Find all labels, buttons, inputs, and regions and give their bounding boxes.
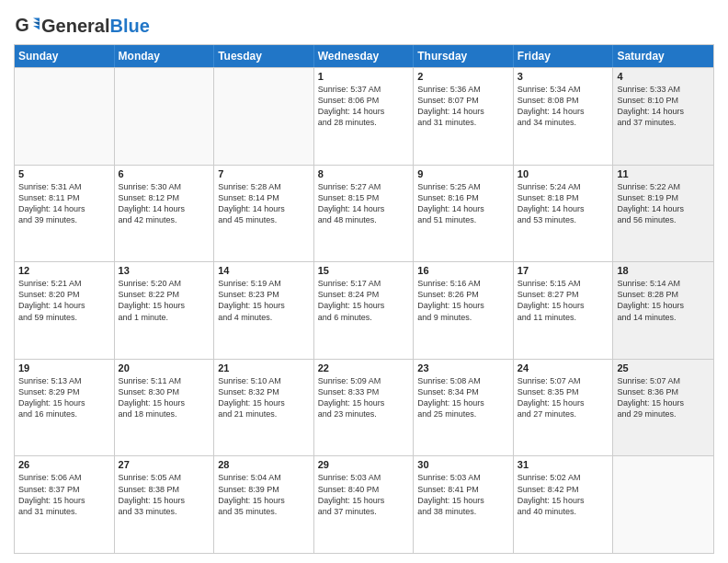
cal-cell-7: 7Sunrise: 5:28 AM Sunset: 8:14 PM Daylig… <box>214 166 314 262</box>
day-number: 15 <box>318 265 410 276</box>
day-number: 30 <box>417 459 509 470</box>
cal-cell-2: 2Sunrise: 5:36 AM Sunset: 8:07 PM Daylig… <box>414 68 514 165</box>
day-info: Sunrise: 5:17 AM Sunset: 8:24 PM Dayligh… <box>318 278 410 323</box>
day-info: Sunrise: 5:19 AM Sunset: 8:23 PM Dayligh… <box>218 278 310 323</box>
calendar: SundayMondayTuesdayWednesdayThursdayFrid… <box>14 44 714 554</box>
day-info: Sunrise: 5:34 AM Sunset: 8:08 PM Dayligh… <box>518 84 609 129</box>
cal-cell-15: 15Sunrise: 5:17 AM Sunset: 8:24 PM Dayli… <box>314 262 415 359</box>
day-number: 12 <box>18 265 110 276</box>
page: G GeneralBlue SundayMondayTuesdayWednesd… <box>0 0 728 563</box>
cal-header-wednesday: Wednesday <box>314 45 415 67</box>
logo: G GeneralBlue <box>14 13 150 39</box>
day-number: 29 <box>318 459 410 470</box>
cal-cell-18: 18Sunrise: 5:14 AM Sunset: 8:28 PM Dayli… <box>613 262 713 359</box>
day-info: Sunrise: 5:31 AM Sunset: 8:11 PM Dayligh… <box>18 181 110 226</box>
day-info: Sunrise: 5:16 AM Sunset: 8:26 PM Dayligh… <box>417 278 509 323</box>
calendar-body: 1Sunrise: 5:37 AM Sunset: 8:06 PM Daylig… <box>15 67 713 553</box>
day-number: 5 <box>18 168 110 179</box>
day-number: 27 <box>119 459 210 470</box>
logo-text: GeneralBlue <box>41 16 150 36</box>
day-number: 18 <box>617 265 710 276</box>
cal-header-monday: Monday <box>115 45 215 67</box>
day-number: 11 <box>617 168 710 179</box>
cal-cell-empty-4-6 <box>613 456 713 553</box>
cal-cell-empty-0-0 <box>15 68 115 165</box>
day-number: 19 <box>18 362 110 373</box>
day-number: 21 <box>218 362 310 373</box>
day-info: Sunrise: 5:08 AM Sunset: 8:34 PM Dayligh… <box>417 375 509 420</box>
day-info: Sunrise: 5:11 AM Sunset: 8:30 PM Dayligh… <box>119 375 210 420</box>
cal-cell-9: 9Sunrise: 5:25 AM Sunset: 8:16 PM Daylig… <box>414 166 514 262</box>
day-info: Sunrise: 5:03 AM Sunset: 8:41 PM Dayligh… <box>417 472 509 517</box>
day-info: Sunrise: 5:02 AM Sunset: 8:42 PM Dayligh… <box>518 472 609 517</box>
cal-cell-4: 4Sunrise: 5:33 AM Sunset: 8:10 PM Daylig… <box>613 68 713 165</box>
svg-text:G: G <box>15 15 28 35</box>
day-number: 24 <box>518 362 609 373</box>
logo-icon: G <box>14 13 40 39</box>
day-number: 14 <box>218 265 310 276</box>
day-info: Sunrise: 5:22 AM Sunset: 8:19 PM Dayligh… <box>617 181 710 226</box>
cal-cell-empty-0-1 <box>115 68 215 165</box>
cal-cell-28: 28Sunrise: 5:04 AM Sunset: 8:39 PM Dayli… <box>214 456 314 553</box>
day-info: Sunrise: 5:05 AM Sunset: 8:38 PM Dayligh… <box>119 472 210 517</box>
day-info: Sunrise: 5:25 AM Sunset: 8:16 PM Dayligh… <box>417 181 509 226</box>
day-info: Sunrise: 5:09 AM Sunset: 8:33 PM Dayligh… <box>318 375 410 420</box>
cal-week-4: 19Sunrise: 5:13 AM Sunset: 8:29 PM Dayli… <box>15 359 713 456</box>
svg-marker-2 <box>33 22 40 26</box>
day-number: 31 <box>518 459 609 470</box>
cal-cell-14: 14Sunrise: 5:19 AM Sunset: 8:23 PM Dayli… <box>214 262 314 359</box>
svg-marker-3 <box>33 26 40 29</box>
day-info: Sunrise: 5:21 AM Sunset: 8:20 PM Dayligh… <box>18 278 110 323</box>
day-number: 1 <box>318 71 410 82</box>
day-number: 16 <box>417 265 509 276</box>
day-info: Sunrise: 5:36 AM Sunset: 8:07 PM Dayligh… <box>417 84 509 129</box>
cal-cell-25: 25Sunrise: 5:07 AM Sunset: 8:36 PM Dayli… <box>613 360 713 456</box>
cal-header-friday: Friday <box>514 45 614 67</box>
day-number: 17 <box>518 265 609 276</box>
day-info: Sunrise: 5:13 AM Sunset: 8:29 PM Dayligh… <box>18 375 110 420</box>
cal-cell-24: 24Sunrise: 5:07 AM Sunset: 8:35 PM Dayli… <box>514 360 614 456</box>
day-number: 28 <box>218 459 310 470</box>
svg-marker-1 <box>33 18 40 22</box>
day-info: Sunrise: 5:28 AM Sunset: 8:14 PM Dayligh… <box>218 181 310 226</box>
day-info: Sunrise: 5:07 AM Sunset: 8:35 PM Dayligh… <box>518 375 609 420</box>
cal-week-3: 12Sunrise: 5:21 AM Sunset: 8:20 PM Dayli… <box>15 261 713 359</box>
day-number: 3 <box>518 71 609 82</box>
cal-cell-17: 17Sunrise: 5:15 AM Sunset: 8:27 PM Dayli… <box>514 262 614 359</box>
day-number: 9 <box>417 168 509 179</box>
cal-cell-29: 29Sunrise: 5:03 AM Sunset: 8:40 PM Dayli… <box>314 456 415 553</box>
header: G GeneralBlue <box>14 9 714 39</box>
cal-cell-31: 31Sunrise: 5:02 AM Sunset: 8:42 PM Dayli… <box>514 456 614 553</box>
cal-cell-8: 8Sunrise: 5:27 AM Sunset: 8:15 PM Daylig… <box>314 166 415 262</box>
day-info: Sunrise: 5:15 AM Sunset: 8:27 PM Dayligh… <box>518 278 609 323</box>
day-info: Sunrise: 5:07 AM Sunset: 8:36 PM Dayligh… <box>617 375 710 420</box>
cal-cell-5: 5Sunrise: 5:31 AM Sunset: 8:11 PM Daylig… <box>15 166 115 262</box>
day-number: 8 <box>318 168 410 179</box>
day-info: Sunrise: 5:03 AM Sunset: 8:40 PM Dayligh… <box>318 472 410 517</box>
day-info: Sunrise: 5:27 AM Sunset: 8:15 PM Dayligh… <box>318 181 410 226</box>
calendar-header-row: SundayMondayTuesdayWednesdayThursdayFrid… <box>15 45 713 67</box>
cal-cell-21: 21Sunrise: 5:10 AM Sunset: 8:32 PM Dayli… <box>214 360 314 456</box>
day-number: 26 <box>18 459 110 470</box>
cal-cell-26: 26Sunrise: 5:06 AM Sunset: 8:37 PM Dayli… <box>15 456 115 553</box>
day-number: 4 <box>617 71 710 82</box>
day-number: 10 <box>518 168 609 179</box>
cal-header-tuesday: Tuesday <box>214 45 314 67</box>
cal-cell-20: 20Sunrise: 5:11 AM Sunset: 8:30 PM Dayli… <box>115 360 215 456</box>
day-number: 7 <box>218 168 310 179</box>
cal-cell-16: 16Sunrise: 5:16 AM Sunset: 8:26 PM Dayli… <box>414 262 514 359</box>
cal-header-saturday: Saturday <box>613 45 713 67</box>
day-info: Sunrise: 5:14 AM Sunset: 8:28 PM Dayligh… <box>617 278 710 323</box>
day-number: 20 <box>119 362 210 373</box>
day-number: 13 <box>119 265 210 276</box>
cal-cell-23: 23Sunrise: 5:08 AM Sunset: 8:34 PM Dayli… <box>414 360 514 456</box>
day-number: 22 <box>318 362 410 373</box>
day-info: Sunrise: 5:10 AM Sunset: 8:32 PM Dayligh… <box>218 375 310 420</box>
cal-week-2: 5Sunrise: 5:31 AM Sunset: 8:11 PM Daylig… <box>15 165 713 262</box>
cal-cell-6: 6Sunrise: 5:30 AM Sunset: 8:12 PM Daylig… <box>115 166 215 262</box>
day-info: Sunrise: 5:20 AM Sunset: 8:22 PM Dayligh… <box>119 278 210 323</box>
cal-cell-27: 27Sunrise: 5:05 AM Sunset: 8:38 PM Dayli… <box>115 456 215 553</box>
day-number: 23 <box>417 362 509 373</box>
cal-week-5: 26Sunrise: 5:06 AM Sunset: 8:37 PM Dayli… <box>15 455 713 553</box>
day-info: Sunrise: 5:04 AM Sunset: 8:39 PM Dayligh… <box>218 472 310 517</box>
